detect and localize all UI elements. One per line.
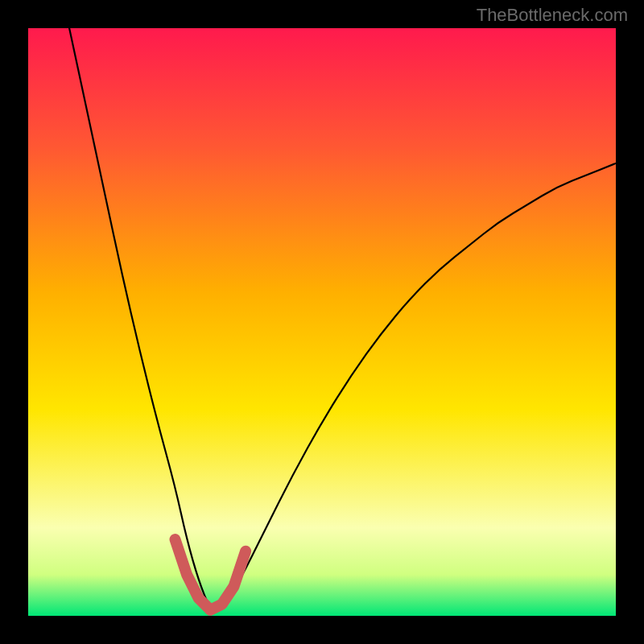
chart-plot-area [28,28,616,616]
chart-background [28,28,616,616]
watermark-text: TheBottleneck.com [477,5,628,26]
chart-svg [28,28,616,616]
